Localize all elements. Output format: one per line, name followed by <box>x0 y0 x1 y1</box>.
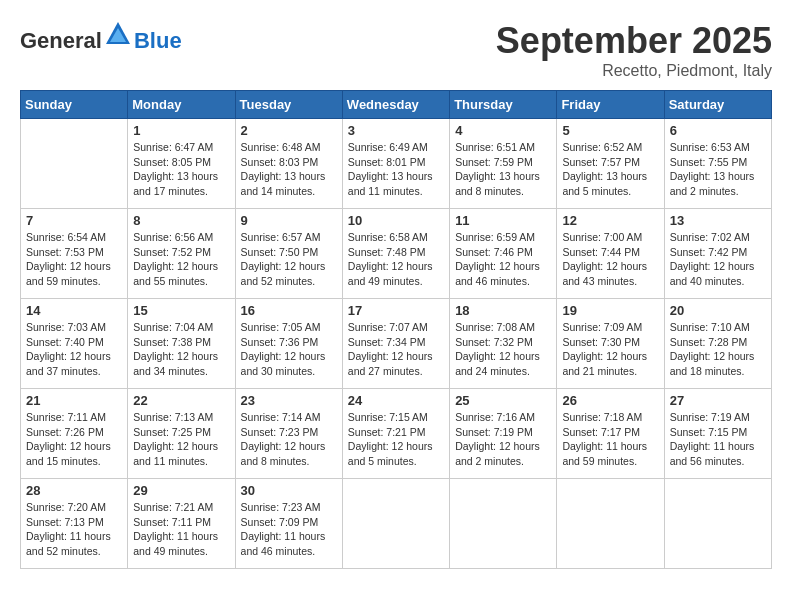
page-header: GeneralBlue September 2025 Recetto, Pied… <box>20 20 772 80</box>
day-number: 26 <box>562 393 658 408</box>
calendar-day-cell: 12Sunrise: 7:00 AM Sunset: 7:44 PM Dayli… <box>557 209 664 299</box>
day-number: 21 <box>26 393 122 408</box>
day-info: Sunrise: 7:14 AM Sunset: 7:23 PM Dayligh… <box>241 410 337 469</box>
day-info: Sunrise: 7:02 AM Sunset: 7:42 PM Dayligh… <box>670 230 766 289</box>
calendar-day-cell: 6Sunrise: 6:53 AM Sunset: 7:55 PM Daylig… <box>664 119 771 209</box>
day-number: 23 <box>241 393 337 408</box>
weekday-header-cell: Friday <box>557 91 664 119</box>
day-info: Sunrise: 7:19 AM Sunset: 7:15 PM Dayligh… <box>670 410 766 469</box>
day-number: 3 <box>348 123 444 138</box>
day-number: 18 <box>455 303 551 318</box>
day-info: Sunrise: 7:13 AM Sunset: 7:25 PM Dayligh… <box>133 410 229 469</box>
calendar-day-cell: 21Sunrise: 7:11 AM Sunset: 7:26 PM Dayli… <box>21 389 128 479</box>
month-title: September 2025 <box>496 20 772 62</box>
day-info: Sunrise: 7:16 AM Sunset: 7:19 PM Dayligh… <box>455 410 551 469</box>
day-info: Sunrise: 7:08 AM Sunset: 7:32 PM Dayligh… <box>455 320 551 379</box>
calendar-day-cell: 29Sunrise: 7:21 AM Sunset: 7:11 PM Dayli… <box>128 479 235 569</box>
day-info: Sunrise: 6:53 AM Sunset: 7:55 PM Dayligh… <box>670 140 766 199</box>
calendar-day-cell: 23Sunrise: 7:14 AM Sunset: 7:23 PM Dayli… <box>235 389 342 479</box>
calendar-day-cell: 17Sunrise: 7:07 AM Sunset: 7:34 PM Dayli… <box>342 299 449 389</box>
weekday-header-cell: Tuesday <box>235 91 342 119</box>
day-info: Sunrise: 7:23 AM Sunset: 7:09 PM Dayligh… <box>241 500 337 559</box>
logo-icon <box>104 20 132 48</box>
calendar-day-cell: 8Sunrise: 6:56 AM Sunset: 7:52 PM Daylig… <box>128 209 235 299</box>
calendar-day-cell: 13Sunrise: 7:02 AM Sunset: 7:42 PM Dayli… <box>664 209 771 299</box>
calendar-day-cell: 16Sunrise: 7:05 AM Sunset: 7:36 PM Dayli… <box>235 299 342 389</box>
day-number: 22 <box>133 393 229 408</box>
weekday-header-row: SundayMondayTuesdayWednesdayThursdayFrid… <box>21 91 772 119</box>
calendar-day-cell: 30Sunrise: 7:23 AM Sunset: 7:09 PM Dayli… <box>235 479 342 569</box>
calendar-day-cell: 20Sunrise: 7:10 AM Sunset: 7:28 PM Dayli… <box>664 299 771 389</box>
day-number: 14 <box>26 303 122 318</box>
calendar-day-cell: 26Sunrise: 7:18 AM Sunset: 7:17 PM Dayli… <box>557 389 664 479</box>
calendar-day-cell: 4Sunrise: 6:51 AM Sunset: 7:59 PM Daylig… <box>450 119 557 209</box>
day-info: Sunrise: 7:11 AM Sunset: 7:26 PM Dayligh… <box>26 410 122 469</box>
day-info: Sunrise: 7:18 AM Sunset: 7:17 PM Dayligh… <box>562 410 658 469</box>
day-info: Sunrise: 7:15 AM Sunset: 7:21 PM Dayligh… <box>348 410 444 469</box>
day-number: 5 <box>562 123 658 138</box>
day-number: 27 <box>670 393 766 408</box>
day-info: Sunrise: 6:56 AM Sunset: 7:52 PM Dayligh… <box>133 230 229 289</box>
calendar-day-cell: 27Sunrise: 7:19 AM Sunset: 7:15 PM Dayli… <box>664 389 771 479</box>
day-number: 7 <box>26 213 122 228</box>
day-number: 8 <box>133 213 229 228</box>
day-info: Sunrise: 6:49 AM Sunset: 8:01 PM Dayligh… <box>348 140 444 199</box>
calendar-day-cell <box>21 119 128 209</box>
calendar-week-row: 21Sunrise: 7:11 AM Sunset: 7:26 PM Dayli… <box>21 389 772 479</box>
calendar-day-cell: 15Sunrise: 7:04 AM Sunset: 7:38 PM Dayli… <box>128 299 235 389</box>
day-number: 2 <box>241 123 337 138</box>
day-number: 15 <box>133 303 229 318</box>
day-info: Sunrise: 6:52 AM Sunset: 7:57 PM Dayligh… <box>562 140 658 199</box>
calendar-day-cell: 19Sunrise: 7:09 AM Sunset: 7:30 PM Dayli… <box>557 299 664 389</box>
calendar-day-cell: 24Sunrise: 7:15 AM Sunset: 7:21 PM Dayli… <box>342 389 449 479</box>
weekday-header-cell: Saturday <box>664 91 771 119</box>
day-info: Sunrise: 6:54 AM Sunset: 7:53 PM Dayligh… <box>26 230 122 289</box>
day-number: 24 <box>348 393 444 408</box>
day-info: Sunrise: 6:51 AM Sunset: 7:59 PM Dayligh… <box>455 140 551 199</box>
day-number: 11 <box>455 213 551 228</box>
day-info: Sunrise: 6:48 AM Sunset: 8:03 PM Dayligh… <box>241 140 337 199</box>
calendar-day-cell <box>557 479 664 569</box>
calendar-day-cell: 2Sunrise: 6:48 AM Sunset: 8:03 PM Daylig… <box>235 119 342 209</box>
weekday-header-cell: Thursday <box>450 91 557 119</box>
day-info: Sunrise: 7:09 AM Sunset: 7:30 PM Dayligh… <box>562 320 658 379</box>
calendar-day-cell: 10Sunrise: 6:58 AM Sunset: 7:48 PM Dayli… <box>342 209 449 299</box>
calendar-week-row: 28Sunrise: 7:20 AM Sunset: 7:13 PM Dayli… <box>21 479 772 569</box>
day-number: 16 <box>241 303 337 318</box>
calendar-day-cell: 11Sunrise: 6:59 AM Sunset: 7:46 PM Dayli… <box>450 209 557 299</box>
calendar-day-cell: 25Sunrise: 7:16 AM Sunset: 7:19 PM Dayli… <box>450 389 557 479</box>
weekday-header-cell: Wednesday <box>342 91 449 119</box>
day-number: 20 <box>670 303 766 318</box>
day-info: Sunrise: 6:59 AM Sunset: 7:46 PM Dayligh… <box>455 230 551 289</box>
day-info: Sunrise: 7:05 AM Sunset: 7:36 PM Dayligh… <box>241 320 337 379</box>
day-info: Sunrise: 7:07 AM Sunset: 7:34 PM Dayligh… <box>348 320 444 379</box>
day-number: 19 <box>562 303 658 318</box>
day-info: Sunrise: 7:20 AM Sunset: 7:13 PM Dayligh… <box>26 500 122 559</box>
day-number: 29 <box>133 483 229 498</box>
calendar-day-cell <box>664 479 771 569</box>
weekday-header-cell: Sunday <box>21 91 128 119</box>
logo: GeneralBlue <box>20 20 182 54</box>
calendar-week-row: 7Sunrise: 6:54 AM Sunset: 7:53 PM Daylig… <box>21 209 772 299</box>
calendar-day-cell <box>342 479 449 569</box>
day-info: Sunrise: 7:10 AM Sunset: 7:28 PM Dayligh… <box>670 320 766 379</box>
day-number: 12 <box>562 213 658 228</box>
day-number: 17 <box>348 303 444 318</box>
logo-general: General <box>20 28 102 53</box>
day-number: 4 <box>455 123 551 138</box>
day-info: Sunrise: 7:03 AM Sunset: 7:40 PM Dayligh… <box>26 320 122 379</box>
calendar-day-cell: 9Sunrise: 6:57 AM Sunset: 7:50 PM Daylig… <box>235 209 342 299</box>
day-info: Sunrise: 6:57 AM Sunset: 7:50 PM Dayligh… <box>241 230 337 289</box>
day-number: 1 <box>133 123 229 138</box>
day-info: Sunrise: 7:04 AM Sunset: 7:38 PM Dayligh… <box>133 320 229 379</box>
day-info: Sunrise: 6:58 AM Sunset: 7:48 PM Dayligh… <box>348 230 444 289</box>
calendar-body: 1Sunrise: 6:47 AM Sunset: 8:05 PM Daylig… <box>21 119 772 569</box>
calendar-day-cell: 1Sunrise: 6:47 AM Sunset: 8:05 PM Daylig… <box>128 119 235 209</box>
calendar-day-cell: 3Sunrise: 6:49 AM Sunset: 8:01 PM Daylig… <box>342 119 449 209</box>
day-number: 28 <box>26 483 122 498</box>
day-info: Sunrise: 7:21 AM Sunset: 7:11 PM Dayligh… <box>133 500 229 559</box>
day-number: 25 <box>455 393 551 408</box>
calendar-day-cell: 28Sunrise: 7:20 AM Sunset: 7:13 PM Dayli… <box>21 479 128 569</box>
calendar-week-row: 14Sunrise: 7:03 AM Sunset: 7:40 PM Dayli… <box>21 299 772 389</box>
day-info: Sunrise: 7:00 AM Sunset: 7:44 PM Dayligh… <box>562 230 658 289</box>
